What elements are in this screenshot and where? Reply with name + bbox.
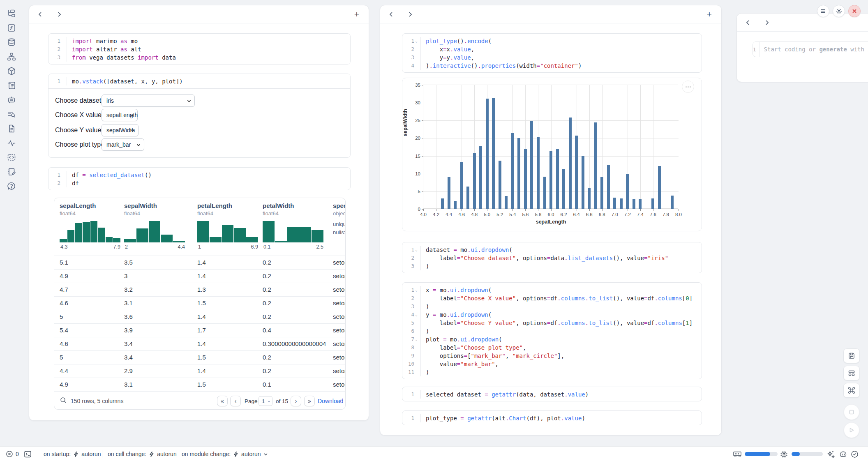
altair-chart[interactable]: 4.04.24.44.64.85.05.25.45.65.86.06.26.46… — [402, 78, 702, 231]
line-number: 11 — [408, 368, 414, 376]
close-button[interactable] — [848, 5, 861, 17]
table-row[interactable]: 5.43.91.70.4setosa — [54, 323, 345, 337]
save-button[interactable] — [843, 348, 860, 363]
table-row[interactable]: 4.42.91.40.2setosa — [54, 364, 345, 378]
chevron-right-icon[interactable] — [53, 8, 65, 21]
layout-button[interactable] — [843, 366, 860, 380]
chevron-left-icon[interactable] — [385, 8, 397, 21]
table-row[interactable]: 4.93.11.50.1setosa — [54, 378, 345, 391]
next-page-button[interactable]: › — [291, 396, 301, 406]
code-snippet-icon[interactable] — [5, 153, 18, 162]
code-line: 8 label="Choose plot type", — [402, 343, 702, 352]
hierarchy-icon[interactable] — [5, 52, 18, 61]
table-cell: 4.6 — [60, 340, 68, 347]
code-cell-imports[interactable]: 1import marimo as mo2import altair as al… — [48, 33, 351, 65]
scratchpad-input[interactable]: 1 Start coding or generate with AI. — [753, 41, 868, 57]
table-row[interactable]: 5.13.51.40.2setosa — [54, 256, 345, 269]
x-tick-mark — [666, 209, 666, 211]
chart-menu-button[interactable] — [682, 81, 694, 93]
chevron-left-icon[interactable] — [742, 16, 754, 29]
y-tick-mark — [422, 120, 423, 121]
code-text: y = mo.ui.dropdown( — [420, 311, 492, 319]
code-cell-vstack-container: 1mo.vstack([dataset, x, y, plot]) Choose… — [48, 74, 351, 158]
package-icon[interactable] — [5, 67, 18, 76]
code-cell-dataset-dropdown[interactable]: 1⌄dataset = mo.ui.dropdown(2 label="Choo… — [402, 242, 702, 273]
table-cell: 3 — [124, 272, 127, 279]
table-row[interactable]: 4.931.40.2setosa — [54, 269, 345, 283]
x-tick-mark — [640, 209, 641, 211]
page-select[interactable]: 1⌄ — [259, 396, 272, 406]
x-tick-mark — [589, 209, 590, 211]
table-row[interactable]: 4.63.41.40.30000000000000004setosa — [54, 337, 345, 350]
table-row[interactable]: 53.61.40.2setosa — [54, 310, 345, 323]
table-row[interactable]: 4.73.21.30.2setosa — [54, 283, 345, 296]
line-gutter: 1 — [402, 414, 420, 422]
autorun-module-change[interactable]: on module change: autorun — [182, 447, 268, 461]
prev-page-button[interactable]: ‹ — [230, 396, 241, 406]
stop-button[interactable] — [844, 404, 859, 420]
x-tick-label: 4.0 — [420, 212, 427, 217]
script-icon[interactable] — [5, 81, 18, 90]
table-row[interactable]: 53.41.50.2setosa — [54, 350, 345, 364]
add-cell-button[interactable]: + — [703, 8, 716, 21]
copilot-indicator[interactable] — [839, 447, 847, 461]
dataset-dropdown[interactable]: iris — [102, 95, 195, 107]
code-cell-plot-encode[interactable]: 1⌄plot_type().encode(2 x=x.value,3 y=y.v… — [402, 33, 702, 73]
column-dtype: float64 — [124, 210, 140, 217]
column-header[interactable]: species — [333, 202, 346, 209]
x-value-dropdown[interactable]: sepalLength — [102, 109, 138, 121]
y-value-dropdown[interactable]: sepalWidth — [102, 124, 139, 136]
plot-type-dropdown[interactable]: mark_bar — [102, 138, 144, 151]
y-tick-label: 25 — [408, 118, 420, 123]
settings-gear-button[interactable] — [833, 5, 845, 17]
connection-status-icon[interactable] — [851, 447, 859, 461]
chevron-right-icon[interactable] — [404, 8, 416, 21]
x-tick-label: 7.4 — [637, 212, 644, 217]
autorun-startup[interactable]: on startup: autorun — [44, 447, 101, 461]
ai-sparkles-button[interactable] — [827, 447, 835, 461]
notebook-edit-icon[interactable] — [5, 167, 18, 176]
x-tick-mark — [602, 209, 603, 211]
code-cell-vstack[interactable]: 1mo.vstack([dataset, x, y, plot]) — [48, 74, 351, 89]
search-list-icon[interactable] — [5, 110, 18, 119]
chevron-right-icon[interactable] — [761, 16, 773, 29]
first-page-button[interactable]: « — [217, 396, 228, 406]
table-row[interactable]: 4.63.11.50.2setosa — [54, 296, 345, 310]
file-tree-icon[interactable] — [5, 9, 18, 18]
column-header[interactable]: petalWidth — [263, 202, 294, 209]
column-header[interactable]: sepalWidth — [124, 202, 157, 209]
line-gutter: 1 — [402, 390, 420, 399]
table-cell: 5 — [60, 354, 63, 361]
y-tick-label: 0 — [408, 207, 420, 212]
run-button[interactable] — [844, 422, 859, 438]
code-cell-df[interactable]: 1df = selected_dataset()2df — [48, 167, 351, 190]
code-cell-xyplot-dropdowns[interactable]: 1⌄x = mo.ui.dropdown(2 label="Choose X v… — [402, 282, 702, 379]
add-cell-button[interactable]: + — [351, 8, 363, 21]
generate-link[interactable]: generate — [819, 46, 847, 53]
command-palette-button[interactable] — [843, 383, 860, 398]
menu-button[interactable] — [817, 5, 829, 17]
document-icon[interactable] — [5, 124, 18, 133]
terminal-button[interactable] — [24, 447, 32, 461]
control-row: Choose plot typemark_bar — [55, 138, 346, 152]
code-text: from vega_datasets import data — [67, 53, 176, 62]
error-indicator[interactable]: 0 — [6, 447, 19, 461]
last-page-button[interactable]: » — [304, 396, 315, 406]
column-header[interactable]: sepalLength — [60, 202, 96, 209]
help-icon[interactable] — [5, 182, 18, 191]
chart-bar — [658, 166, 661, 209]
autorun-cell-change[interactable]: on cell change: autorun — [108, 447, 177, 461]
line-number: 1 — [57, 171, 60, 179]
chatbot-icon[interactable] — [5, 95, 18, 104]
search-icon[interactable] — [60, 397, 67, 404]
activity-icon[interactable] — [5, 138, 18, 148]
code-cell-plot-type[interactable]: 1plot_type = getattr(alt.Chart(df), plot… — [402, 410, 702, 425]
function-icon[interactable] — [5, 23, 18, 32]
code-line: 1df = selected_dataset() — [48, 171, 350, 179]
chevron-left-icon[interactable] — [34, 8, 46, 21]
database-icon[interactable] — [5, 38, 18, 47]
histogram-bar — [136, 228, 148, 242]
status-bar: 0 on startup: autorun on cell change: au… — [0, 446, 868, 461]
code-cell-selected-dataset[interactable]: 1selected_dataset = getattr(data, datase… — [402, 387, 702, 401]
column-header[interactable]: petalLength — [197, 202, 232, 209]
